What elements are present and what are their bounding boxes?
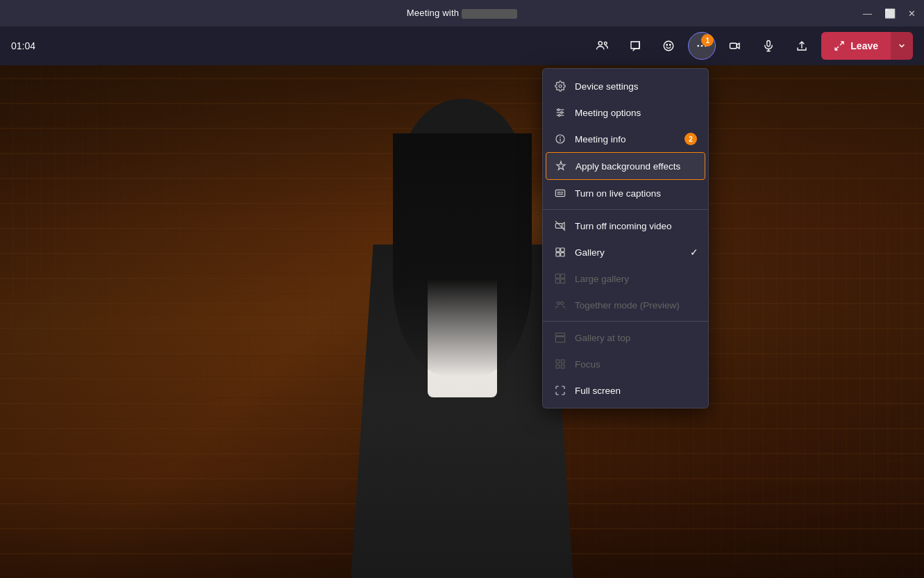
menu-label-large-gallery: Large gallery [575, 274, 629, 284]
menu-label-meeting-options: Meeting options [575, 108, 641, 118]
menu-item-full-screen[interactable]: Full screen [543, 377, 708, 404]
together-icon [554, 299, 566, 311]
grid-large-icon [554, 272, 566, 285]
svg-rect-42 [556, 365, 560, 368]
menu-divider-2 [543, 321, 708, 322]
menu-label-turn-off-video: Turn off incoming video [575, 221, 672, 231]
people-button[interactable] [588, 32, 616, 60]
leave-button[interactable]: Leave [821, 32, 891, 60]
menu-label-together-mode: Together mode (Preview) [575, 300, 680, 311]
svg-rect-28 [556, 248, 560, 251]
svg-point-12 [559, 85, 562, 88]
menu-label-live-captions: Turn on live captions [575, 188, 661, 199]
gallery-check-icon: ✓ [690, 247, 698, 258]
svg-point-18 [558, 115, 560, 117]
svg-rect-8 [730, 43, 737, 49]
svg-point-5 [698, 45, 700, 47]
svg-rect-33 [561, 274, 565, 278]
close-button[interactable]: ✕ [908, 8, 916, 19]
meeting-toolbar: 01:04 [0, 26, 924, 65]
video-off-icon [554, 220, 566, 232]
menu-label-meeting-info: Meeting info [575, 134, 626, 144]
menu-item-meeting-info[interactable]: Meeting info 2 [543, 126, 708, 152]
minimize-button[interactable]: — [863, 8, 872, 19]
video-background [0, 65, 924, 578]
title-bar: Meeting with — ⬜ ✕ [0, 0, 924, 26]
gear-icon [554, 80, 566, 92]
leave-chevron-button[interactable] [891, 32, 913, 60]
svg-rect-30 [556, 253, 560, 256]
menu-label-full-screen: Full screen [575, 386, 621, 396]
svg-point-1 [605, 42, 607, 44]
menu-item-device-settings[interactable]: Device settings [543, 73, 708, 99]
meeting-timer: 01:04 [11, 40, 35, 51]
svg-rect-22 [555, 190, 564, 196]
menu-label-gallery-at-top: Gallery at top [575, 333, 630, 343]
svg-point-4 [670, 44, 671, 46]
menu-item-turn-off-video[interactable]: Turn off incoming video [543, 213, 708, 239]
svg-rect-40 [556, 360, 560, 363]
captions-icon [554, 187, 566, 199]
svg-rect-32 [555, 274, 560, 278]
more-badge: 1 [701, 34, 714, 47]
sliders-icon [554, 106, 566, 119]
svg-rect-35 [561, 279, 565, 283]
svg-point-0 [598, 42, 602, 45]
info-icon [554, 133, 566, 145]
menu-divider-1 [543, 209, 708, 210]
gallery-top-icon [554, 331, 566, 344]
window-controls[interactable]: — ⬜ ✕ [863, 0, 916, 26]
camera-button[interactable] [721, 32, 749, 60]
menu-label-gallery: Gallery [575, 247, 605, 258]
fullscreen-icon [554, 384, 566, 397]
video-area [0, 65, 924, 578]
menu-item-large-gallery: Large gallery [543, 265, 708, 292]
svg-rect-39 [555, 337, 564, 342]
svg-rect-34 [555, 279, 560, 283]
toolbar-actions: 1 [588, 32, 913, 60]
menu-item-apply-background[interactable]: Apply background effects [546, 152, 705, 180]
more-options-button[interactable]: 1 [688, 32, 716, 60]
more-options-menu: Device settings Meeting options Meeting … [542, 68, 709, 408]
menu-label-focus: Focus [575, 359, 600, 370]
svg-line-27 [555, 221, 564, 230]
menu-item-gallery[interactable]: Gallery ✓ [543, 239, 708, 265]
svg-rect-43 [561, 365, 564, 368]
menu-item-together-mode: Together mode (Preview) [543, 292, 708, 318]
svg-point-3 [666, 44, 668, 46]
svg-point-36 [557, 302, 560, 304]
svg-point-2 [664, 41, 674, 51]
leave-button-group[interactable]: Leave [821, 32, 913, 60]
svg-rect-38 [555, 333, 564, 336]
svg-rect-9 [767, 41, 771, 47]
svg-rect-31 [561, 253, 564, 256]
meeting-info-badge: 2 [684, 133, 697, 145]
svg-point-16 [557, 109, 560, 111]
svg-rect-41 [561, 360, 564, 363]
svg-point-17 [561, 112, 563, 114]
menu-label-apply-background: Apply background effects [576, 161, 680, 172]
menu-item-focus: Focus [543, 351, 708, 377]
grid-icon [554, 246, 566, 258]
menu-item-gallery-at-top: Gallery at top [543, 324, 708, 351]
menu-label-device-settings: Device settings [575, 81, 639, 92]
chat-button[interactable] [621, 32, 649, 60]
menu-item-live-captions[interactable]: Turn on live captions [543, 180, 708, 206]
sparkle-icon [555, 160, 567, 172]
svg-point-37 [561, 302, 564, 304]
mic-button[interactable] [755, 32, 782, 60]
menu-item-meeting-options[interactable]: Meeting options [543, 99, 708, 126]
reactions-button[interactable] [655, 32, 682, 60]
focus-icon [554, 358, 566, 370]
share-button[interactable] [788, 32, 816, 60]
maximize-button[interactable]: ⬜ [884, 8, 896, 19]
svg-rect-29 [561, 248, 564, 251]
svg-point-6 [701, 45, 703, 47]
window-title: Meeting with [407, 8, 517, 19]
